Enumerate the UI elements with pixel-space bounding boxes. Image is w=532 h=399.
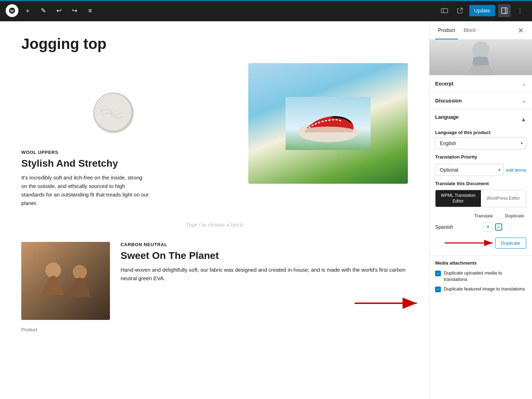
priority-select-wrapper: Optional High Medium Low ▾: [435, 164, 504, 176]
language-of-product-label: Language of this product: [435, 130, 526, 135]
carbon-heading: Sweet On The Planet: [121, 250, 408, 261]
excerpt-section: Excerpt ⌄: [430, 75, 532, 92]
svg-rect-4: [501, 8, 507, 13]
language-section: Language ▲ Language of this product Engl…: [430, 109, 532, 255]
check-icon-2: ✓: [437, 287, 440, 292]
tab-block[interactable]: Block: [461, 21, 478, 39]
media-attachments-section: Media attachments ✓ Duplicate uploaded m…: [430, 255, 532, 300]
discussion-chevron: ⌄: [522, 97, 526, 104]
main-layout: Jogging top: [0, 21, 532, 399]
checkbox-uploaded-media[interactable]: ✓: [435, 271, 441, 276]
translate-doc-title: Translate this Document: [435, 181, 526, 186]
wool-heading: Stylish And Stretchy: [21, 158, 149, 169]
post-title: Jogging top: [21, 35, 408, 52]
update-button[interactable]: Update: [469, 5, 495, 16]
table-row: Spanish + ✓: [435, 220, 526, 234]
language-select-wrapper: English Spanish French German ▾: [435, 137, 526, 149]
add-block-button[interactable]: ＋: [21, 4, 34, 17]
wool-text: It's incredibly soft and itch-free on th…: [21, 173, 149, 207]
svg-text:W: W: [10, 9, 14, 13]
featured-image-icon: [430, 40, 532, 75]
carbon-text: Hand-woven and delightfully soft, our fa…: [121, 266, 408, 283]
excerpt-header[interactable]: Excerpt ⌄: [435, 80, 526, 87]
editor-footer: Product: [21, 327, 408, 332]
edit-tool-button[interactable]: ✎: [37, 4, 50, 17]
wool-circular-image: [92, 92, 135, 134]
edit-terms-link[interactable]: edit terms: [506, 167, 526, 173]
people-icon: [21, 242, 110, 320]
carbon-content-block: CARBON NEUTRAL Sweet On The Planet Hand-…: [121, 242, 408, 320]
featured-image-thumbnail: [430, 40, 532, 75]
discussion-header[interactable]: Discussion ⌄: [435, 97, 526, 104]
wpml-editor-button[interactable]: WPML Translation Editor: [436, 190, 481, 207]
spanish-label: Spanish: [435, 220, 465, 234]
external-link-button[interactable]: [454, 4, 466, 17]
svg-rect-10: [21, 242, 110, 320]
translation-priority-label: Translation Priority: [435, 154, 477, 160]
col-duplicate: Duplicate: [495, 212, 526, 220]
svg-point-12: [73, 265, 87, 279]
svg-point-9: [94, 94, 131, 131]
sidebar-close-button[interactable]: ✕: [515, 25, 526, 36]
redo-button[interactable]: ↪: [68, 4, 81, 17]
undo-button[interactable]: ↩: [52, 4, 65, 17]
wool-content-block: WOOL UPPERS Stylish And Stretchy It's in…: [21, 150, 149, 207]
translate-plus-button[interactable]: +: [483, 222, 493, 232]
check-icon: ✓: [437, 271, 440, 276]
language-select[interactable]: English Spanish French German: [435, 137, 526, 149]
main-toolbar: W ＋ ✎ ↩ ↪ ≡ Update ⋮: [0, 0, 532, 21]
checkbox-row-featured-image: ✓ Duplicate featured image to translatio…: [435, 286, 526, 292]
svg-point-8: [298, 127, 358, 139]
language-section-title: Language: [435, 114, 459, 120]
editor-area[interactable]: Jogging top: [0, 21, 429, 399]
toolbar-right: Update ⋮: [438, 4, 526, 17]
col-language: [435, 212, 465, 220]
bottom-content: CARBON NEUTRAL Sweet On The Planet Hand-…: [21, 242, 408, 320]
translation-table: Translate Duplicate Spanish + ✓: [435, 212, 526, 234]
block-type-hint[interactable]: Type / to choose a block: [21, 215, 408, 235]
checkbox-uploaded-media-label: Duplicate uploaded media to translations: [444, 270, 526, 283]
people-image: [21, 242, 110, 320]
editor-toggle: WPML Translation Editor WordPress Editor: [435, 190, 526, 207]
duplicate-button[interactable]: Duplicate: [495, 238, 526, 249]
checkbox-featured-image[interactable]: ✓: [435, 287, 441, 292]
priority-row: Optional High Medium Low ▾ edit terms: [435, 164, 526, 176]
wordpress-logo[interactable]: W: [6, 4, 18, 17]
excerpt-title: Excerpt: [435, 81, 453, 87]
col-translate: Translate: [465, 212, 495, 220]
svg-rect-2: [441, 9, 448, 13]
checkbox-featured-image-label: Duplicate featured image to translations: [444, 286, 525, 292]
sidebar-tabs: Product Block ✕: [430, 21, 532, 40]
discussion-title: Discussion: [435, 98, 462, 104]
wordpress-editor-button[interactable]: WordPress Editor: [481, 190, 526, 207]
wool-texture-icon: [93, 93, 132, 132]
toolbar-left: W ＋ ✎ ↩ ↪ ≡: [6, 4, 96, 17]
checkbox-row-uploaded-media: ✓ Duplicate uploaded media to translatio…: [435, 270, 526, 283]
duplicate-button-container: Duplicate: [435, 238, 526, 249]
carbon-section-label: CARBON NEUTRAL: [121, 242, 408, 247]
more-options-button[interactable]: ⋮: [514, 4, 526, 17]
product-image: [248, 63, 408, 184]
excerpt-chevron: ⌄: [522, 80, 526, 87]
priority-select[interactable]: Optional High Medium Low: [435, 164, 504, 176]
shoe-icon: [286, 97, 371, 150]
media-section-title: Media attachments: [435, 260, 526, 266]
duplicate-button-row: Duplicate: [435, 238, 526, 249]
view-mode-button[interactable]: [438, 4, 451, 17]
language-chevron-up[interactable]: ▲: [521, 116, 526, 123]
sidebar-toggle-button[interactable]: [498, 4, 511, 17]
menu-button[interactable]: ≡: [84, 4, 96, 17]
tab-product[interactable]: Product: [435, 21, 458, 39]
sidebar: Product Block ✕: [429, 21, 532, 399]
discussion-section: Discussion ⌄: [430, 92, 532, 109]
duplicate-checkbox[interactable]: ✓: [495, 223, 502, 231]
wool-section-label: WOOL UPPERS: [21, 150, 149, 155]
